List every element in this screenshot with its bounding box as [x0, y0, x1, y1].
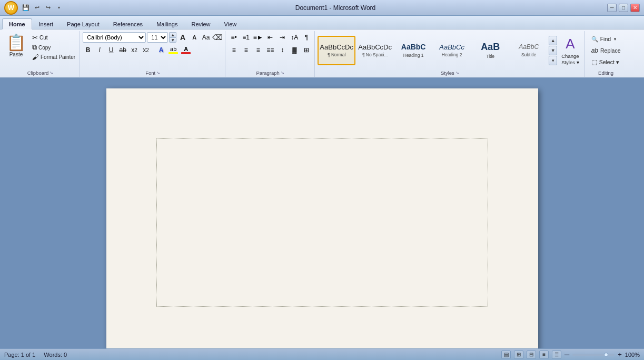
find-icon: 🔍	[591, 36, 598, 43]
align-center-button[interactable]: ≡	[240, 45, 252, 55]
select-button[interactable]: ⬚ Select ▾	[588, 57, 623, 67]
style-normal[interactable]: AaBbCcDc ¶ Normal	[318, 36, 355, 65]
style-normal-label: ¶ Normal	[328, 52, 345, 57]
grow-font-button[interactable]: A	[177, 32, 188, 43]
zoom-plus[interactable]: +	[618, 351, 622, 358]
window-controls: ─ □ ✕	[607, 4, 640, 12]
document-area[interactable]	[0, 78, 644, 348]
decrease-indent-button[interactable]: ⇤	[264, 32, 276, 43]
tab-home[interactable]: Home	[2, 18, 32, 29]
redo-button[interactable]: ↪	[43, 3, 53, 13]
shrink-font-button[interactable]: A	[189, 32, 200, 43]
paste-button[interactable]: 📋 Paste	[3, 32, 29, 58]
show-marks-button[interactable]: ¶	[301, 32, 312, 43]
replace-button[interactable]: ab Replace	[588, 45, 625, 56]
style-nospacing[interactable]: AaBbCcDc ¶ No Spaci...	[356, 36, 394, 65]
style-normal-text: AaBbCcDc	[320, 44, 353, 51]
font-group: Calibri (Body) 11 ▲ ▼ A A Aa ⌫ B I U ab	[81, 31, 225, 77]
align-left-button[interactable]: ≡	[228, 45, 240, 55]
clipboard-group: 📋 Paste ✂ Cut ⧉ Copy 🖌 Format Painter C	[1, 31, 80, 77]
styles-scroll-controls: ▲ ▼ ▾	[549, 36, 557, 65]
shading-button[interactable]: ▓	[289, 45, 300, 55]
sort-button[interactable]: ↕A	[289, 32, 300, 43]
borders-button[interactable]: ⊞	[301, 45, 312, 55]
align-right-button[interactable]: ≡	[252, 45, 264, 55]
justify-button[interactable]: ≡≡	[264, 45, 276, 55]
editing-group-label: Editing	[598, 70, 613, 76]
styles-scroll-up[interactable]: ▲	[549, 36, 557, 45]
full-screen-view[interactable]: ⊞	[514, 351, 523, 359]
bullets-button[interactable]: ≡•	[228, 32, 240, 43]
save-button[interactable]: 💾	[21, 3, 31, 13]
style-heading2-text: AaBbCc	[439, 44, 464, 51]
multilevel-button[interactable]: ≡►	[252, 32, 264, 43]
tab-references[interactable]: References	[106, 18, 150, 29]
bold-button[interactable]: B	[83, 45, 93, 55]
tab-view[interactable]: View	[217, 18, 244, 29]
ribbon-tabs: Home Insert Page Layout References Maili…	[0, 16, 644, 29]
font-family-select[interactable]: Calibri (Body)	[83, 32, 146, 43]
para-row-1: ≡• ≡1 ≡► ⇤ ⇥ ↕A ¶	[228, 32, 312, 43]
page-content-area[interactable]	[156, 138, 488, 307]
tab-review[interactable]: Review	[184, 18, 217, 29]
zoom-minus[interactable]: ─	[564, 351, 569, 358]
style-subtitle[interactable]: AaBbC Subtitle	[510, 36, 548, 65]
editing-content: 🔍 Find ▾ ab Replace ⬚ Select ▾	[588, 32, 625, 69]
change-case-button[interactable]: Aa	[201, 32, 211, 43]
format-painter-icon: 🖌	[32, 53, 39, 61]
paragraph-expand-icon[interactable]: ↘	[281, 71, 284, 75]
tab-pagelayout[interactable]: Page Layout	[60, 18, 106, 29]
quick-access-dropdown[interactable]: ▾	[54, 3, 64, 13]
cut-button[interactable]: ✂ Cut	[30, 33, 77, 42]
print-layout-view[interactable]: ▤	[501, 351, 511, 359]
clear-format-button[interactable]: ⌫	[212, 32, 223, 43]
font-color-indicator	[181, 52, 191, 54]
copy-button[interactable]: ⧉ Copy	[30, 43, 77, 52]
underline-button[interactable]: U	[106, 45, 116, 55]
font-size-up[interactable]: ▲	[169, 32, 176, 37]
zoom-slider[interactable]	[572, 354, 615, 356]
line-spacing-button[interactable]: ↕	[276, 45, 288, 55]
draft-view[interactable]: ≣	[552, 351, 561, 359]
style-heading2[interactable]: AaBbCc Heading 2	[433, 36, 471, 65]
web-layout-view[interactable]: ⊟	[527, 351, 536, 359]
numbering-button[interactable]: ≡1	[240, 32, 252, 43]
format-painter-button[interactable]: 🖌 Format Painter	[30, 53, 77, 62]
styles-scroll-down[interactable]: ▼	[549, 46, 557, 55]
styles-group-label: Styles ↘	[441, 70, 459, 76]
italic-button[interactable]: I	[94, 45, 105, 55]
find-button[interactable]: 🔍 Find ▾	[588, 34, 620, 44]
paragraph-group-label: Paragraph ↘	[256, 70, 284, 76]
maximize-button[interactable]: □	[619, 4, 628, 12]
superscript-button[interactable]: x2	[141, 45, 151, 55]
style-title[interactable]: AaB Title	[471, 36, 509, 65]
clipboard-content: 📋 Paste ✂ Cut ⧉ Copy 🖌 Format Painter	[3, 32, 77, 69]
font-size-select[interactable]: 11	[147, 32, 168, 43]
minimize-button[interactable]: ─	[607, 4, 617, 12]
paragraph-group: ≡• ≡1 ≡► ⇤ ⇥ ↕A ¶ ≡ ≡ ≡ ≡≡ ↕ ▓ ⊞ Paragra…	[226, 31, 315, 77]
font-expand-icon[interactable]: ↘	[156, 71, 160, 75]
styles-expand-icon[interactable]: ↘	[455, 71, 459, 75]
style-heading1[interactable]: AaBbC Heading 1	[394, 36, 432, 65]
clipboard-expand-icon[interactable]: ↘	[49, 71, 53, 75]
zoom-level[interactable]: 100%	[625, 352, 640, 358]
tab-mailings[interactable]: Mailings	[150, 18, 184, 29]
font-color-button[interactable]: A	[180, 46, 192, 54]
styles-gallery: AaBbCcDc ¶ Normal AaBbCcDc ¶ No Spaci...…	[318, 36, 548, 65]
tab-insert[interactable]: Insert	[32, 18, 61, 29]
select-icon: ⬚	[591, 58, 597, 66]
font-size-down[interactable]: ▼	[169, 37, 176, 43]
outline-view[interactable]: ≡	[539, 351, 549, 359]
highlight-button[interactable]: ab	[167, 46, 179, 54]
office-button[interactable]: W	[4, 1, 18, 15]
close-button[interactable]: ✕	[630, 4, 640, 12]
change-styles-button[interactable]: A ChangeStyles ▾	[558, 34, 582, 67]
highlight-color	[169, 52, 178, 54]
styles-scroll-more[interactable]: ▾	[549, 56, 557, 65]
style-heading2-label: Heading 2	[442, 52, 462, 57]
undo-button[interactable]: ↩	[32, 3, 42, 13]
subscript-button[interactable]: x2	[129, 45, 140, 55]
increase-indent-button[interactable]: ⇥	[276, 32, 288, 43]
strikethrough-button[interactable]: ab	[117, 45, 128, 55]
text-effects-button[interactable]: A	[156, 45, 166, 55]
